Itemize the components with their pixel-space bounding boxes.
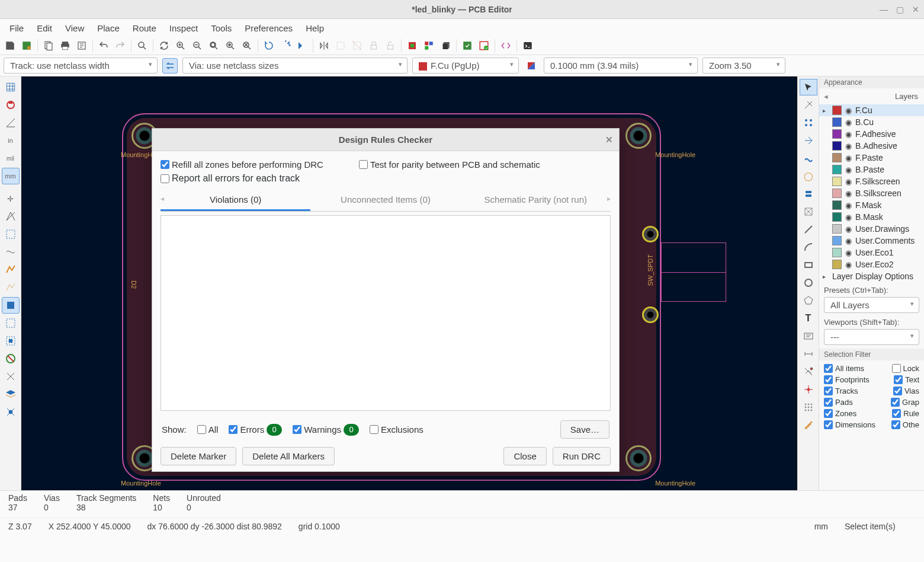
tab-schematic-parity[interactable]: Schematic Parity (not run) (461, 190, 611, 211)
layer-row[interactable]: ◉F.Silkscreen (819, 175, 924, 187)
place-circle-icon[interactable] (800, 274, 817, 291)
show-warnings-checkbox[interactable]: Warnings 0 (293, 424, 359, 436)
delete-tool-icon[interactable] (800, 363, 817, 380)
refresh-icon[interactable] (156, 38, 172, 53)
board-setup-icon[interactable] (19, 38, 34, 53)
undo-icon[interactable] (96, 38, 111, 53)
page-settings-icon[interactable] (41, 38, 56, 53)
mirror-v-icon[interactable] (294, 38, 310, 53)
footprint-browser-icon[interactable] (421, 38, 437, 53)
outline-zones-icon[interactable] (2, 261, 20, 278)
measure-tool-icon[interactable] (800, 417, 817, 433)
place-zone-icon[interactable] (800, 203, 817, 220)
rotate-ccw-icon[interactable] (261, 38, 277, 53)
fill-zones-icon[interactable] (2, 244, 20, 260)
scripting-icon[interactable] (498, 38, 514, 53)
show-errors-checkbox[interactable]: Errors 0 (229, 424, 282, 436)
violations-list[interactable] (161, 215, 611, 411)
units-mm-icon[interactable]: mm (2, 168, 20, 184)
zoom-fit-icon[interactable] (206, 38, 222, 53)
menu-inspect[interactable]: Inspect (163, 21, 204, 36)
pad-outline-icon[interactable] (2, 279, 20, 296)
menu-edit[interactable]: Edit (31, 21, 58, 36)
layer-row[interactable]: ◉B.Mask (819, 211, 924, 223)
redo-icon[interactable] (113, 38, 128, 53)
flip-h-icon[interactable] (316, 38, 332, 53)
visibility-icon[interactable]: ◉ (845, 154, 852, 162)
place-arc-icon[interactable] (800, 239, 817, 256)
filter-checkbox[interactable]: Tracks (824, 387, 858, 395)
filter-checkbox[interactable]: Lock (892, 364, 919, 373)
drc-icon[interactable] (476, 38, 492, 53)
filter-checkbox[interactable]: Dimensions (824, 420, 875, 429)
zoom-dropdown[interactable]: Zoom 3.50 (702, 58, 785, 74)
group-icon[interactable] (333, 38, 348, 53)
net-highlight-icon[interactable] (2, 350, 20, 367)
close-button[interactable]: Close (503, 447, 546, 465)
visibility-icon[interactable]: ◉ (845, 165, 852, 174)
menu-place[interactable]: Place (91, 21, 126, 36)
report-all-checkbox[interactable]: Report all errors for each track (161, 173, 611, 184)
zoom-in-icon[interactable] (173, 38, 188, 53)
visibility-icon[interactable]: ◉ (845, 189, 852, 198)
grid-origin-icon[interactable] (800, 399, 817, 416)
layer-row[interactable]: ◉F.Adhesive (819, 128, 924, 140)
menu-tools[interactable]: Tools (205, 21, 238, 36)
refill-zones-checkbox[interactable]: Refill all zones before performing DRC (161, 159, 323, 170)
properties-icon[interactable] (2, 404, 20, 420)
visibility-icon[interactable]: ◉ (845, 130, 852, 139)
polar-coords-icon[interactable] (2, 114, 20, 131)
footprint-editor-icon[interactable] (405, 38, 420, 53)
ratsnest-curved-icon[interactable] (2, 226, 20, 242)
close-icon[interactable]: ✕ (605, 135, 613, 145)
menu-view[interactable]: View (59, 21, 90, 36)
visibility-icon[interactable]: ◉ (845, 260, 852, 269)
place-origin-icon[interactable] (800, 381, 817, 398)
ratsnest-icon[interactable] (2, 208, 20, 225)
place-text-icon[interactable]: T (800, 310, 817, 327)
track-outline-icon[interactable] (2, 315, 20, 331)
auto-track-width-icon[interactable] (162, 58, 178, 74)
route-track-icon[interactable] (800, 150, 817, 167)
track-width-dropdown[interactable]: Track: use netclass width (4, 58, 158, 74)
presets-dropdown[interactable]: All Layers (824, 297, 919, 313)
place-via-icon[interactable] (800, 186, 817, 202)
visibility-icon[interactable]: ◉ (845, 248, 852, 257)
zones-filled-icon[interactable] (2, 368, 20, 385)
menu-file[interactable]: File (4, 21, 30, 36)
visibility-icon[interactable]: ◉ (845, 225, 852, 234)
filter-checkbox[interactable]: Footprints (824, 375, 870, 384)
grid-overrides-icon[interactable] (2, 97, 20, 113)
update-pcb-icon[interactable] (460, 38, 475, 53)
place-textbox-icon[interactable] (800, 328, 817, 344)
layers-manager-icon[interactable] (2, 386, 20, 403)
filter-checkbox[interactable]: Grap (891, 398, 919, 407)
filter-checkbox[interactable]: Rule (892, 409, 919, 418)
unlock-icon[interactable] (383, 38, 398, 53)
3d-viewer-icon[interactable] (438, 38, 453, 53)
place-footprint-icon[interactable] (800, 132, 817, 149)
place-poly-icon[interactable] (800, 292, 817, 309)
via-outline-icon[interactable] (2, 297, 20, 314)
close-icon[interactable]: ✕ (912, 5, 919, 14)
visibility-icon[interactable]: ◉ (845, 237, 852, 245)
layer-row[interactable]: ◉User.Drawings (819, 223, 924, 235)
filter-checkbox[interactable]: Text (894, 375, 919, 384)
ungroup-icon[interactable] (349, 38, 365, 53)
layers-list[interactable]: ▸◉F.Cu◉B.Cu◉F.Adhesive◉B.Adhesive◉F.Past… (819, 104, 924, 270)
layer-row[interactable]: ◉B.Adhesive (819, 140, 924, 152)
tab-violations[interactable]: Violations (0) (161, 190, 310, 211)
print-icon[interactable] (57, 38, 73, 53)
filter-checkbox[interactable]: Othe (891, 420, 919, 429)
minimize-icon[interactable]: — (880, 5, 888, 14)
units-in-icon[interactable]: in (2, 132, 20, 149)
menu-help[interactable]: Help (300, 21, 330, 36)
layer-row[interactable]: ◉User.Eco2 (819, 258, 924, 270)
plot-icon[interactable] (74, 38, 89, 53)
visibility-icon[interactable]: ◉ (845, 118, 852, 127)
find-icon[interactable] (134, 38, 150, 53)
save-button[interactable]: Save… (560, 420, 609, 439)
rotate-cw-icon[interactable] (278, 38, 293, 53)
tab-unconnected[interactable]: Unconnected Items (0) (310, 190, 460, 211)
console-icon[interactable] (520, 38, 535, 53)
